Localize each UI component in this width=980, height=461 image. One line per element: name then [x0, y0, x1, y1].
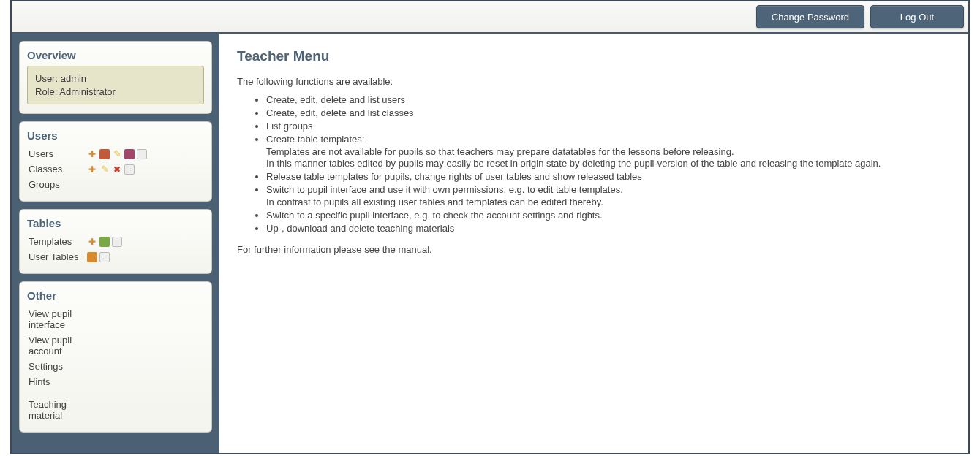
user-delete-icon[interactable] — [124, 149, 135, 159]
rights-icon[interactable] — [87, 252, 97, 262]
topbar: Change Password Log Out — [12, 1, 968, 34]
user-info-box: User: admin Role: Administrator — [27, 66, 204, 104]
sidebar-item-label: Teaching material — [29, 399, 87, 421]
function-item: List groups — [266, 121, 951, 133]
sidebar-item-templates[interactable]: Templates✚ — [27, 234, 204, 249]
log-out-button[interactable]: Log Out — [870, 5, 964, 28]
function-item-sub: In contrast to pupils all existing user … — [266, 197, 951, 209]
sidebar-item-settings[interactable]: Settings — [27, 359, 204, 374]
function-item: Switch to pupil interface and use it wit… — [266, 184, 951, 209]
sidebar-item-view-pupil-account[interactable]: View pupil account — [27, 332, 204, 359]
other-menu: View pupil interfaceView pupil accountSe… — [27, 306, 204, 423]
add-icon[interactable]: ✚ — [87, 237, 97, 247]
sidebar-item-teaching-material[interactable]: Teaching material — [27, 397, 204, 423]
sidebar-item-classes[interactable]: Classes✚✎✖ — [27, 161, 204, 177]
main-content: Teacher Menu The following functions are… — [219, 34, 968, 453]
add-user-icon[interactable]: ✚ — [87, 149, 97, 159]
function-list: Create, edit, delete and list usersCreat… — [266, 94, 951, 235]
users-menu: Users✚✎Classes✚✎✖Groups — [27, 146, 204, 192]
sidebar-item-user-tables[interactable]: User Tables — [27, 249, 204, 264]
icon-row: ✚✎✖ — [87, 164, 135, 175]
intro-text: The following functions are available: — [237, 76, 951, 87]
list-icon[interactable] — [112, 237, 122, 247]
list-icon[interactable] — [99, 252, 110, 262]
user-line: User: admin — [35, 72, 196, 85]
function-item: Release table templates for pupils, chan… — [266, 171, 951, 183]
add-icon[interactable]: ✚ — [87, 164, 97, 175]
sidebar-item-label: Classes — [29, 164, 87, 175]
outro-text: For further information please see the m… — [237, 244, 951, 255]
role-line: Role: Administrator — [35, 85, 196, 99]
icon-row: ✚ — [87, 237, 122, 247]
panel-users: Users Users✚✎Classes✚✎✖Groups — [19, 121, 212, 202]
function-item-sub: Templates are not available for pupils s… — [266, 146, 951, 159]
sidebar-item-label: Hints — [29, 376, 87, 387]
change-password-button[interactable]: Change Password — [756, 5, 864, 28]
icon-row: ✚✎ — [87, 149, 147, 159]
edit-icon[interactable]: ✎ — [112, 149, 122, 159]
sidebar-item-label: Settings — [29, 361, 87, 372]
page-title: Teacher Menu — [237, 48, 951, 64]
sidebar-item-label: Groups — [29, 179, 87, 190]
sidebar-item-label: Templates — [29, 236, 87, 247]
sidebar-item-hints[interactable]: Hints — [27, 374, 204, 389]
sidebar: Overview User: admin Role: Administrator… — [12, 34, 219, 453]
body-row: Overview User: admin Role: Administrator… — [12, 34, 968, 453]
list-icon[interactable] — [137, 149, 147, 159]
function-item-sub: In this manner tables edited by pupils m… — [266, 158, 951, 170]
sidebar-item-label: View pupil account — [29, 335, 87, 357]
sidebar-item-view-pupil-interface[interactable]: View pupil interface — [27, 306, 204, 332]
delete-icon[interactable]: ✖ — [112, 164, 122, 175]
function-item: Create, edit, delete and list users — [266, 94, 951, 107]
tables-menu: Templates✚User Tables — [27, 234, 204, 264]
function-item: Create, edit, delete and list classes — [266, 107, 951, 120]
app-frame: Change Password Log Out Overview User: a… — [10, 0, 970, 454]
panel-heading-tables: Tables — [27, 216, 204, 234]
panel-overview: Overview User: admin Role: Administrator — [19, 41, 212, 114]
sidebar-item-label: Users — [29, 148, 87, 159]
sidebar-item-label: User Tables — [29, 251, 87, 262]
panel-heading-users: Users — [27, 128, 204, 146]
panel-other: Other View pupil interfaceView pupil acc… — [19, 281, 212, 433]
release-icon[interactable] — [99, 237, 110, 247]
panel-tables: Tables Templates✚User Tables — [19, 209, 212, 274]
edit-icon[interactable]: ✎ — [99, 164, 110, 175]
function-item: Create table templates:Templates are not… — [266, 134, 951, 171]
icon-row — [87, 252, 110, 262]
list-icon[interactable] — [124, 164, 135, 175]
panel-heading-other: Other — [27, 288, 204, 306]
function-item: Up-, download and delete teaching materi… — [266, 223, 951, 235]
function-item: Switch to a specific pupil interface, e.… — [266, 210, 951, 222]
sidebar-item-groups[interactable]: Groups — [27, 177, 204, 192]
panel-heading-overview: Overview — [27, 47, 204, 66]
sidebar-item-users[interactable]: Users✚✎ — [27, 146, 204, 161]
sidebar-item-label: View pupil interface — [29, 308, 87, 330]
group-icon[interactable] — [99, 149, 110, 159]
